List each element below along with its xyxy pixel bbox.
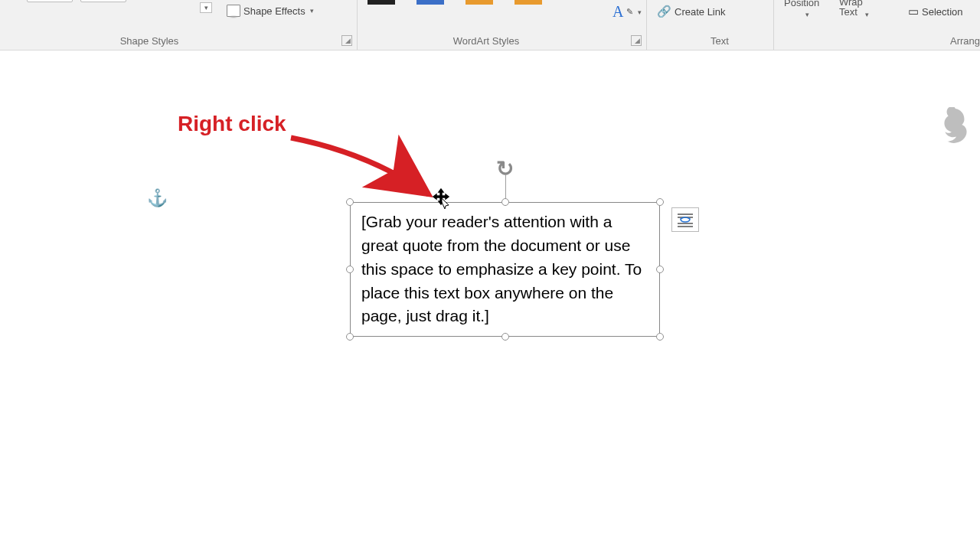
create-link-label: Create Link bbox=[675, 6, 725, 18]
pen-icon: ✎ bbox=[626, 7, 633, 17]
chevron-down-icon[interactable]: ▾ bbox=[864, 11, 869, 18]
selection-pane-label: Selection bbox=[922, 6, 962, 18]
wordart-gallery-partial[interactable] bbox=[368, 0, 542, 5]
shape-style-swatch[interactable] bbox=[80, 0, 126, 2]
position-label[interactable]: Position bbox=[784, 0, 819, 8]
layout-options-button[interactable] bbox=[671, 207, 699, 232]
resize-handle[interactable] bbox=[656, 198, 664, 206]
resize-handle[interactable] bbox=[656, 266, 664, 273]
selection-pane-icon: ▭ bbox=[908, 5, 919, 18]
ribbon: ▾ Shape Effects ▾ Shape Styles ◢ A ✎ ▾ W… bbox=[0, 0, 980, 51]
textbox-content[interactable]: [Grab your reader's attention with a gre… bbox=[350, 202, 660, 337]
group-separator bbox=[773, 0, 774, 50]
group-wordart-styles: WordArt Styles bbox=[390, 35, 582, 47]
resize-handle[interactable] bbox=[501, 198, 509, 206]
shape-style-swatch[interactable] bbox=[27, 0, 73, 2]
gallery-more-dropdown[interactable]: ▾ bbox=[200, 2, 212, 13]
textbox-object[interactable]: ↻ [Grab your reader's attention with a g… bbox=[350, 202, 660, 337]
move-cursor-icon bbox=[430, 188, 452, 210]
group-separator bbox=[357, 0, 358, 50]
create-link-button[interactable]: 🔗 Create Link bbox=[657, 5, 725, 18]
shape-effects-label: Shape Effects bbox=[243, 5, 305, 17]
anchor-icon[interactable]: ⚓ bbox=[147, 188, 168, 208]
resize-handle[interactable] bbox=[346, 266, 354, 273]
shape-styles-dialog-launcher[interactable]: ◢ bbox=[341, 35, 352, 46]
resize-handle[interactable] bbox=[501, 333, 509, 341]
group-shape-styles: Shape Styles bbox=[61, 35, 237, 47]
chevron-down-icon: ▾ bbox=[636, 8, 642, 16]
group-arrange: Arrang bbox=[919, 35, 980, 47]
chevron-down-icon[interactable]: ▾ bbox=[804, 11, 809, 18]
group-text: Text bbox=[674, 35, 766, 47]
text-effects-button[interactable]: A ✎ ▾ bbox=[612, 3, 642, 21]
wrap-text-label[interactable]: Wrap Text bbox=[839, 0, 877, 17]
resize-handle[interactable] bbox=[346, 333, 354, 341]
chevron-down-icon: ▾ bbox=[309, 7, 314, 15]
watermark-icon bbox=[939, 107, 972, 145]
annotation-label: Right click bbox=[178, 112, 286, 136]
text-effects-icon: A bbox=[612, 3, 623, 21]
shape-effects-button[interactable]: Shape Effects ▾ bbox=[227, 5, 314, 17]
wordart-dialog-launcher[interactable]: ◢ bbox=[631, 35, 642, 46]
resize-handle[interactable] bbox=[346, 198, 354, 206]
resize-handle[interactable] bbox=[656, 333, 664, 341]
group-separator bbox=[646, 0, 647, 50]
document-page[interactable]: ⚓ Right click ↻ [Grab your reader's atte… bbox=[32, 51, 980, 551]
selection-pane-button[interactable]: ▭ Selection bbox=[908, 5, 962, 18]
link-icon: 🔗 bbox=[657, 5, 671, 18]
document-area: ⚓ Right click ↻ [Grab your reader's atte… bbox=[0, 51, 980, 551]
layout-options-icon bbox=[676, 212, 694, 227]
shape-effects-icon bbox=[227, 5, 240, 17]
